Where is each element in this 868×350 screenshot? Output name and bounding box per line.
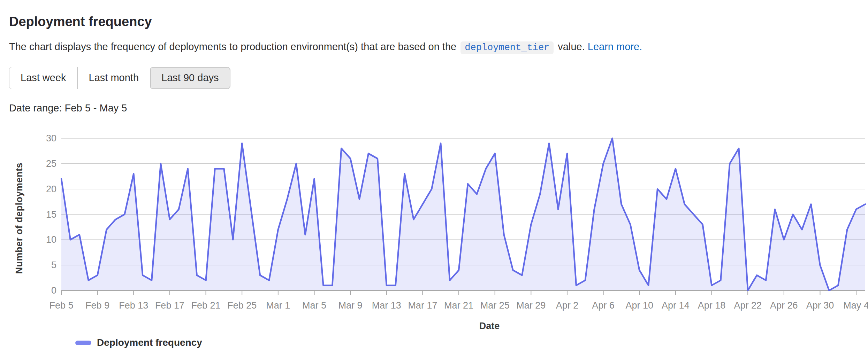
y-tick-label-10: 10 xyxy=(46,235,56,245)
deployment-frequency-chart: Number of deployments 051015202530Feb 5F… xyxy=(9,132,868,320)
learn-more-link[interactable]: Learn more. xyxy=(588,41,642,52)
last-90-days-button[interactable]: Last 90 days xyxy=(150,67,230,89)
x-tick-label: Mar 9 xyxy=(338,300,363,311)
x-tick-label: Mar 25 xyxy=(480,300,510,311)
legend-line-marker xyxy=(75,341,91,345)
deployment-tier-code-chip: deployment_tier xyxy=(460,41,554,54)
x-tick-label: Apr 6 xyxy=(592,300,615,311)
y-tick-label-25: 25 xyxy=(46,158,56,169)
x-tick-label: Apr 10 xyxy=(625,300,653,311)
chart-legend[interactable]: Deployment frequency xyxy=(75,337,868,348)
y-tick-label-5: 5 xyxy=(51,260,56,270)
last-week-button[interactable]: Last week xyxy=(9,67,77,89)
date-range-button-group: Last week Last month Last 90 days xyxy=(9,67,230,89)
x-tick-label: May 4 xyxy=(843,300,868,311)
deployment-frequency-page: Deployment frequency The chart displays … xyxy=(0,0,868,348)
x-tick-label: Feb 25 xyxy=(227,300,257,311)
x-tick-label: Feb 5 xyxy=(49,300,73,311)
x-tick-label: Apr 22 xyxy=(734,300,762,311)
x-tick-label: Feb 9 xyxy=(85,300,109,311)
last-month-button[interactable]: Last month xyxy=(77,67,150,89)
legend-series-label: Deployment frequency xyxy=(97,337,202,348)
x-tick-label: Feb 21 xyxy=(191,300,221,311)
x-tick-label: Mar 21 xyxy=(444,300,473,311)
x-tick-label: Mar 29 xyxy=(516,300,546,311)
deployment-chart-svg[interactable]: 051015202530Feb 5Feb 9Feb 13Feb 17Feb 21… xyxy=(9,132,868,320)
x-tick-label: Apr 2 xyxy=(556,300,579,311)
x-tick-label: Apr 18 xyxy=(698,300,726,311)
y-tick-label-20: 20 xyxy=(46,184,56,194)
page-title: Deployment frequency xyxy=(9,14,868,30)
date-range-label: Date range: Feb 5 - May 5 xyxy=(9,102,868,114)
x-tick-label: Feb 13 xyxy=(119,300,148,311)
x-tick-label: Apr 30 xyxy=(806,300,834,311)
x-axis-title: Date xyxy=(9,321,868,332)
description-text-after: value. xyxy=(558,41,585,52)
x-tick-label: Apr 26 xyxy=(770,300,798,311)
y-axis-title: Number of deployments xyxy=(14,163,25,274)
y-tick-label-0: 0 xyxy=(51,285,56,296)
x-tick-label: Mar 1 xyxy=(266,300,290,311)
chart-description: The chart displays the frequency of depl… xyxy=(9,40,868,55)
x-tick-label: Feb 17 xyxy=(155,300,184,311)
x-tick-label: Apr 14 xyxy=(662,300,690,311)
y-tick-label-30: 30 xyxy=(46,133,56,143)
y-tick-label-15: 15 xyxy=(46,209,56,220)
x-tick-label: Mar 5 xyxy=(302,300,326,311)
x-tick-label: Mar 13 xyxy=(372,300,401,311)
x-tick-label: Mar 17 xyxy=(408,300,437,311)
description-text-before: The chart displays the frequency of depl… xyxy=(9,41,456,52)
